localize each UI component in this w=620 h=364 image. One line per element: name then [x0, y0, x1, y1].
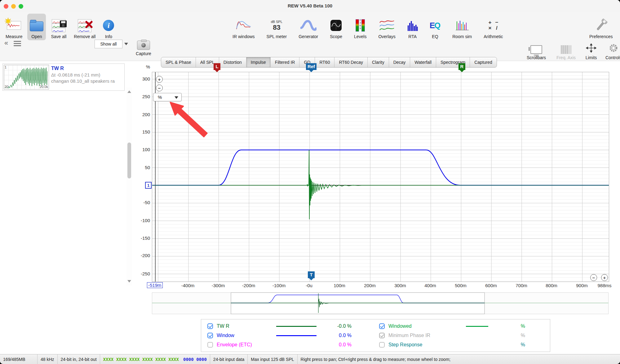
y-tick: -50	[126, 200, 150, 205]
save-all-button[interactable]: Save all	[48, 14, 69, 40]
measurement-name: TW R	[51, 66, 115, 71]
room-sim-button[interactable]: Room sim	[450, 14, 474, 40]
show-all-dropdown[interactable]: Show all	[95, 40, 122, 48]
x-tick: -400m	[174, 283, 202, 288]
trace-value-window: 0.0 %	[321, 333, 352, 338]
time-marker[interactable]: T	[308, 271, 315, 278]
tab-rt60[interactable]: RT60	[315, 57, 334, 67]
tab-distortion[interactable]: Distortion	[219, 57, 246, 67]
info-label: Info	[105, 34, 112, 39]
overlays-button[interactable]: Overlays	[376, 14, 398, 40]
x-axis-start-field[interactable]: -519m	[147, 282, 163, 288]
capture-label: Capture	[136, 51, 151, 56]
open-label: Open	[31, 34, 42, 39]
ref-marker[interactable]: Ref	[306, 63, 317, 70]
overview-view-box[interactable]	[231, 293, 485, 314]
y-zoom-out-button[interactable]: −	[156, 85, 163, 91]
trace-checkbox-step[interactable]	[379, 342, 385, 348]
controls-button[interactable]: Controls	[603, 40, 620, 60]
y-tick: 100	[126, 147, 150, 152]
levels-button[interactable]: 0369 Levels	[352, 14, 369, 40]
overview-strip[interactable]	[152, 292, 609, 314]
show-all-caret-icon[interactable]	[124, 43, 128, 47]
save-all-icon	[52, 18, 65, 33]
status-max-input: Max input 125 dB SPL	[248, 354, 297, 364]
tab-clarity[interactable]: Clarity	[367, 57, 389, 67]
impulse-plot[interactable]: + − − +	[152, 72, 609, 282]
ir-windows-label: IR windows	[232, 34, 255, 39]
x-tick: -100m	[265, 283, 293, 288]
thumb-xmax-label: 20.0k	[40, 85, 48, 89]
save-all-label: Save all	[51, 34, 66, 39]
trace-line-sample-twr	[276, 326, 317, 327]
status-channel-x: XXXX XXXX XXXX XXXX XXXX XXXX	[103, 357, 179, 362]
trace-legend: TW R -0.0 % Windowed % Window 0.0 % Mini…	[201, 319, 550, 352]
info-button[interactable]: i Info	[100, 14, 117, 40]
y-unit-dropdown[interactable]: %	[153, 93, 182, 101]
y-zoom-in-button[interactable]: +	[156, 76, 163, 83]
right-window-marker[interactable]: R	[458, 63, 465, 70]
spl-meter-label: SPL meter	[267, 34, 287, 39]
rta-button[interactable]: RTA	[405, 14, 420, 40]
remove-all-button[interactable]: Remove all	[71, 14, 98, 40]
eq-button[interactable]: EQ EQ	[427, 14, 443, 40]
status-bit-depth: 24-bit in, 24-bit out	[58, 354, 100, 364]
trace-line-sample-windowed	[466, 326, 488, 327]
info-icon: i	[103, 18, 114, 33]
scope-button[interactable]: Scope	[327, 14, 345, 40]
tab-impulse[interactable]: Impulse	[246, 57, 270, 67]
tab-decay[interactable]: Decay	[389, 57, 410, 67]
trace-value-step: %	[500, 342, 525, 348]
arithmetic-label: Arithmetic	[484, 34, 503, 39]
x-tick: -300m	[204, 283, 232, 288]
left-window-marker[interactable]: L	[214, 63, 220, 70]
trace-checkbox-envelope[interactable]	[207, 342, 213, 348]
y-tick: -100	[126, 218, 150, 223]
x-zoom-out-button[interactable]: −	[590, 274, 597, 281]
annotation-arrow	[170, 102, 207, 137]
levels-icon: 0369	[356, 18, 365, 33]
preferences-button[interactable]: Preferences	[587, 14, 615, 40]
tab-spl-phase[interactable]: SPL & Phase	[161, 57, 196, 67]
spl-meter-icon: dB SPL 83	[271, 18, 282, 33]
capture-button[interactable]: Capture	[134, 41, 153, 56]
tab-rt60-decay[interactable]: RT60 Decay	[334, 57, 367, 67]
room-sim-label: Room sim	[452, 34, 472, 39]
y-axis-unit: %	[131, 64, 150, 69]
x-tick: 500m	[447, 283, 475, 288]
scroll-up-icon[interactable]	[127, 89, 131, 93]
open-button[interactable]: Open	[27, 14, 46, 40]
scrollbars-button[interactable]: Scrollbars	[522, 40, 551, 60]
generator-icon	[300, 18, 317, 33]
x-tick: 700m	[507, 283, 535, 288]
tab-captured[interactable]: Captured	[470, 57, 497, 67]
trace-value-min-phase: %	[500, 333, 525, 338]
trace-line-sample-window	[276, 335, 317, 336]
scroll-down-icon[interactable]	[127, 280, 131, 284]
thumb-xmin-label: 20	[5, 85, 8, 89]
limits-button[interactable]: Limits	[582, 40, 601, 60]
measure-button[interactable]: Measure	[3, 14, 25, 40]
generator-button[interactable]: Generator	[296, 14, 321, 40]
x-zoom-in-button[interactable]: +	[601, 274, 608, 281]
preferences-label: Preferences	[589, 34, 613, 39]
x-tick: -0u	[295, 283, 323, 288]
measurement-actions-icon[interactable]	[14, 41, 21, 47]
status-input-data: 24-bit input data	[210, 354, 248, 364]
ir-windows-button[interactable]: IR windows	[230, 14, 257, 40]
collapse-sidebar-button[interactable]: «	[4, 39, 8, 47]
trace-checkbox-twr[interactable]	[207, 323, 213, 329]
limits-label: Limits	[586, 55, 597, 60]
measurement-marker-0[interactable]: 1	[145, 182, 152, 189]
arithmetic-button[interactable]: +−×/ Arithmetic	[481, 14, 505, 40]
measurement-list-item[interactable]: 1 20 20.0k TW R Δt -0.0618 ms (-21 mm) c…	[2, 64, 125, 91]
tab-waterfall[interactable]: Waterfall	[410, 57, 436, 67]
status-hint: Right press to pan; Ctrl+right press & d…	[298, 354, 620, 364]
y-tick: -250	[126, 271, 150, 276]
status-memory: 169/485MB	[0, 354, 38, 364]
spl-meter-button[interactable]: dB SPL 83 SPL meter	[264, 14, 290, 40]
tab-filtered-ir[interactable]: Filtered IR	[270, 57, 299, 67]
trace-checkbox-windowed[interactable]	[379, 323, 385, 329]
trace-checkbox-window[interactable]	[207, 333, 213, 338]
spl-value: 83	[273, 24, 280, 31]
